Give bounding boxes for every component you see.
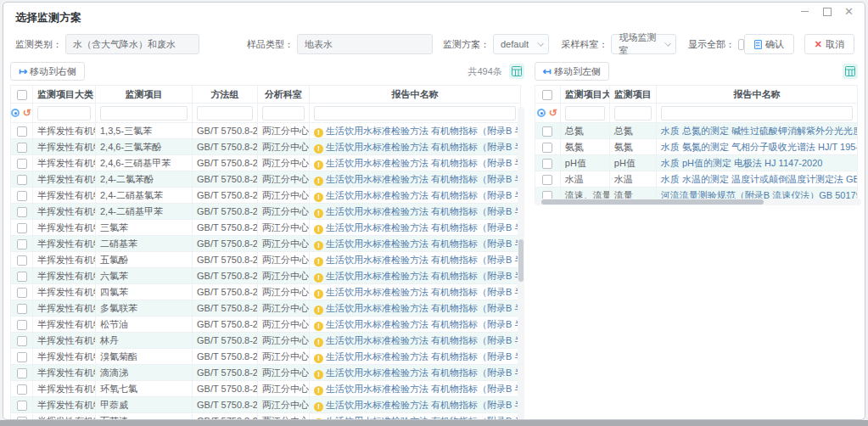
table-grid-icon[interactable] [843,64,858,79]
table-row[interactable]: 半挥发性有机物 松节油 GB/T 5750.8-2006... 两江分中心 !生… [11,317,521,333]
column-header-item[interactable]: 监测项目 [609,86,656,104]
table-row[interactable]: 半挥发性有机物 二硝基苯 GB/T 5750.8-2006... 两江分中心 !… [11,236,521,252]
screen-bottom-edge [0,420,868,426]
minimize-icon[interactable] [799,6,810,17]
filter-input-method[interactable] [197,106,253,121]
cell-method: GB/T 5750.8-2006... [193,381,258,397]
table-row[interactable]: 半挥发性有机物 四氯苯 GB/T 5750.8-2006... 两江分中心 !生… [11,284,521,300]
row-checkbox[interactable] [17,255,27,266]
row-checkbox[interactable] [17,401,27,411]
scrollbar-thumb[interactable] [518,239,524,282]
row-checkbox[interactable] [17,352,27,362]
cell-item: 多氯联苯 [96,300,193,317]
column-header-report[interactable]: 报告中名称 [656,86,857,104]
table-row[interactable]: 半挥发性有机物 2,4,6-三硝基甲苯 GB/T 5750.8-2006... … [11,155,521,171]
table-row[interactable]: 氨氮 氨氮 水质 氨氮的测定 气相分子吸收光谱法 HJ/T 195-2005 [535,139,857,155]
vertical-scrollbar[interactable] [518,107,524,420]
row-checkbox[interactable] [17,272,27,282]
monitor-scheme-select[interactable]: default [493,34,549,54]
column-header-category[interactable]: 监测项目大类 [560,86,609,104]
select-all-checkbox[interactable] [542,90,552,100]
sampling-dept-select[interactable]: 现场监测室 [611,34,676,54]
column-header-method[interactable]: 方法组 [193,86,258,104]
cell-item: 二硝基苯 [96,236,193,252]
row-checkbox[interactable] [17,207,27,217]
table-row[interactable]: 半挥发性有机物 2,4-二硝基氯苯 GB/T 5750.8-2006... 两江… [11,188,521,204]
table-row[interactable]: 半挥发性有机物 2,4,6-三氯苯酚 GB/T 5750.8-2006... 两… [11,139,521,155]
table-row[interactable]: 总氮 总氮 水质 总氮的测定 碱性过硫酸钾消解紫外分光光度法 HJ 636-20… [535,123,857,139]
cancel-button[interactable]: ✕ 取消 [804,34,854,54]
column-header-category[interactable]: 监测项目大类 [33,86,96,104]
row-checkbox[interactable] [17,143,27,153]
filter-input-category[interactable] [37,106,91,121]
table-row[interactable]: 半挥发性有机物 环氧七氯 GB/T 5750.8-2006... 两江分中心 !… [11,381,521,397]
filter-reset-icon[interactable]: ↻ [549,108,557,118]
filter-reset-icon[interactable]: ↻ [23,108,31,118]
row-checkbox[interactable] [17,384,27,395]
row-checkbox[interactable] [17,304,27,314]
row-checkbox[interactable] [17,368,27,378]
table-row[interactable]: 半挥发性有机物 六氯苯 GB/T 5750.8-2006... 两江分中心 !生… [11,268,521,284]
table-row[interactable]: 半挥发性有机物 2,4-二硝基甲苯 GB/T 5750.8-2006... 两江… [11,204,521,220]
row-checkbox[interactable] [542,175,552,185]
filter-input-item[interactable] [100,106,188,121]
table-row[interactable]: 半挥发性有机物 百菌清 GB/T 5750.8-2006... 两江分中心 !生… [11,413,521,421]
confirm-button[interactable]: 确认 [744,34,794,54]
filter-apply-icon[interactable] [537,109,546,117]
scrollbar-thumb[interactable] [541,199,764,205]
row-checkbox[interactable] [17,175,27,185]
table-row[interactable]: 水温 水温 水质 水温的测定 温度计或颠倒温度计测定法 GB 13195-91 [535,171,857,188]
select-all-checkbox[interactable] [17,90,27,100]
filter-input-report[interactable] [661,106,853,121]
table-row[interactable]: 半挥发性有机物 2,4-二氯苯酚 GB/T 5750.8-2006... 两江分… [11,171,521,188]
row-checkbox[interactable] [542,126,552,137]
warning-icon: ! [314,386,323,395]
table-row[interactable]: 半挥发性有机物 溴氰菊酯 GB/T 5750.8-2006... 两江分中心 !… [11,349,521,365]
move-left-button[interactable]: ↤ 移动到左侧 [535,62,609,81]
move-right-button[interactable]: ↦ 移动到右侧 [10,62,85,81]
cell-item: 三氯苯 [96,220,193,236]
row-checkbox[interactable] [17,126,27,137]
row-checkbox[interactable] [17,288,27,298]
row-checkbox[interactable] [17,417,27,420]
table-row[interactable]: 半挥发性有机物 1,3,5-三氯苯 GB/T 5750.8-2006... 两江… [11,123,521,139]
warning-icon: ! [314,257,323,266]
row-checkbox[interactable] [542,159,552,169]
row-checkbox[interactable] [542,143,552,153]
filter-input-item[interactable] [614,106,652,121]
cell-item: 2,4-二氯苯酚 [96,171,193,188]
row-checkbox[interactable] [17,159,27,169]
cell-dept: 两江分中心 [258,171,310,188]
table-grid-icon[interactable] [509,64,524,79]
column-header-item[interactable]: 监测项目 [96,86,193,104]
row-checkbox[interactable] [17,191,27,201]
table-row[interactable]: 半挥发性有机物 甲萘威 GB/T 5750.8-2006... 两江分中心 !生… [11,397,521,413]
close-icon[interactable]: ✕ [843,6,854,17]
filter-apply-icon[interactable] [11,109,20,117]
cell-category: 总氮 [560,123,609,139]
table-row[interactable]: pH值 pH值 水质 pH值的测定 电极法 HJ 1147-2020 [535,155,857,171]
table-row[interactable]: 半挥发性有机物 五氯酚 GB/T 5750.8-2006... 两江分中心 !生… [11,252,521,268]
move-right-label: 移动到右侧 [30,65,76,78]
filter-input-dept[interactable] [262,106,305,121]
cell-dept: 两江分中心 [258,204,310,220]
column-header-report[interactable]: 报告中名称 [310,86,521,104]
row-checkbox[interactable] [17,336,27,346]
row-checkbox[interactable] [17,239,27,249]
table-row[interactable]: 半挥发性有机物 三氯苯 GB/T 5750.8-2006... 两江分中心 !生… [11,220,521,236]
column-header-dept[interactable]: 分析科室 [258,86,310,104]
horizontal-scrollbar[interactable] [535,199,861,205]
filter-input-category[interactable] [565,106,605,121]
row-checkbox[interactable] [17,320,27,330]
sample-type-field[interactable] [297,34,433,54]
table-row[interactable]: 半挥发性有机物 多氯联苯 GB/T 5750.8-2006... 两江分中心 !… [11,300,521,317]
maximize-icon[interactable] [821,6,832,17]
monitor-category-field[interactable] [65,34,199,54]
table-row[interactable]: 半挥发性有机物 林丹 GB/T 5750.8-2006... 两江分中心 !生活… [11,333,521,349]
cell-item: 六氯苯 [96,268,193,284]
table-row[interactable]: 半挥发性有机物 滴滴涕 GB/T 5750.8-2006... 两江分中心 !生… [11,365,521,381]
row-checkbox[interactable] [17,223,27,233]
filter-input-report[interactable] [314,106,516,121]
monitor-scheme-label: 监测方案： [443,38,490,51]
show-all-checkbox[interactable] [738,39,744,50]
